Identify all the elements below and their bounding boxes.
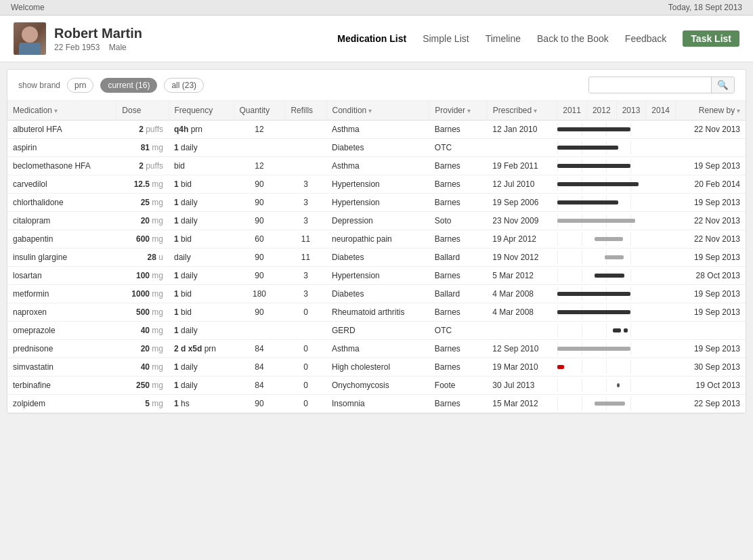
col-prescribed[interactable]: Prescribed bbox=[487, 101, 557, 121]
col-provider[interactable]: Provider bbox=[429, 101, 487, 121]
toolbar: show brand prn current (16) all (23) 🔍 bbox=[7, 70, 746, 101]
cell-refills bbox=[285, 121, 326, 139]
cell-freq: 1 daily bbox=[169, 358, 234, 376]
cell-freq: bid bbox=[169, 157, 234, 175]
show-brand-label: show brand bbox=[18, 81, 60, 90]
cell-med: losartan bbox=[7, 267, 116, 285]
timeline-cell bbox=[557, 139, 676, 157]
cell-renew: 28 Oct 2013 bbox=[676, 267, 746, 285]
cell-provider: OTC bbox=[429, 322, 487, 340]
cell-dose: 600 mg bbox=[116, 230, 169, 249]
cell-renew: 19 Sep 2013 bbox=[676, 157, 746, 175]
cell-provider: Barnes bbox=[429, 303, 487, 322]
patient-name: Robert Martin bbox=[54, 26, 142, 41]
table-row: aspirin81 mg1 dailyDiabetesOTC bbox=[7, 139, 746, 157]
avatar bbox=[14, 22, 46, 55]
patient-gender: Male bbox=[109, 43, 127, 52]
cell-freq: 1 daily bbox=[169, 267, 234, 285]
table-row: naproxen500 mg1 bid900Rheumatoid arthrit… bbox=[7, 303, 746, 322]
nav-medication-list[interactable]: Medication List bbox=[337, 33, 406, 44]
col-year-2013: 2013 bbox=[616, 101, 646, 121]
col-dose: Dose bbox=[116, 101, 169, 121]
cell-dose: 5 mg bbox=[116, 395, 169, 413]
timeline-cell bbox=[557, 322, 676, 340]
cell-renew: 22 Nov 2013 bbox=[676, 230, 746, 249]
cell-freq: q4h prn bbox=[169, 121, 234, 139]
col-condition[interactable]: Condition bbox=[326, 101, 429, 121]
search-box[interactable]: 🔍 bbox=[588, 77, 735, 93]
cell-refills: 11 bbox=[285, 249, 326, 267]
timeline-cell bbox=[557, 249, 676, 267]
col-refills: Refills bbox=[285, 101, 326, 121]
cell-provider: Barnes bbox=[429, 121, 487, 139]
col-frequency: Frequency bbox=[169, 101, 234, 121]
cell-prescribed: 19 Sep 2006 bbox=[487, 194, 557, 212]
timeline-cell bbox=[557, 121, 676, 139]
col-quantity: Quantity bbox=[234, 101, 285, 121]
cell-refills: 0 bbox=[285, 376, 326, 395]
cell-freq: 1 bid bbox=[169, 303, 234, 322]
cell-provider: Barnes bbox=[429, 194, 487, 212]
patient-info: Robert Martin 22 Feb 1953 Male bbox=[14, 22, 337, 55]
cell-freq: 1 daily bbox=[169, 322, 234, 340]
cell-refills: 11 bbox=[285, 230, 326, 249]
cell-prescribed: 19 Nov 2012 bbox=[487, 249, 557, 267]
cell-freq: 1 bid bbox=[169, 230, 234, 249]
nav-simple-list[interactable]: Simple List bbox=[423, 33, 469, 44]
cell-refills: 0 bbox=[285, 358, 326, 376]
table-row: beclomethasone HFA2 puffsbid12AsthmaBarn… bbox=[7, 157, 746, 175]
cell-condition: High cholesterol bbox=[326, 358, 429, 376]
cell-qty: 90 bbox=[234, 194, 285, 212]
cell-renew: 22 Nov 2013 bbox=[676, 212, 746, 230]
cell-refills bbox=[285, 157, 326, 175]
table-row: insulin glargine28 udaily9011DiabetesBal… bbox=[7, 249, 746, 267]
search-input[interactable] bbox=[589, 78, 711, 93]
nav-task-list[interactable]: Task List bbox=[683, 30, 739, 47]
cell-dose: 25 mg bbox=[116, 194, 169, 212]
cell-freq: 1 daily bbox=[169, 139, 234, 157]
cell-prescribed: 23 Nov 2009 bbox=[487, 212, 557, 230]
col-renew-by[interactable]: Renew by bbox=[676, 101, 746, 121]
nav-timeline[interactable]: Timeline bbox=[486, 33, 521, 44]
cell-refills bbox=[285, 322, 326, 340]
all-filter-btn[interactable]: all (23) bbox=[164, 78, 204, 93]
cell-renew bbox=[676, 139, 746, 157]
cell-med: prednisone bbox=[7, 340, 116, 358]
cell-renew: 19 Sep 2013 bbox=[676, 194, 746, 212]
cell-dose: 20 mg bbox=[116, 212, 169, 230]
cell-dose: 40 mg bbox=[116, 358, 169, 376]
cell-condition: Hypertension bbox=[326, 194, 429, 212]
cell-freq: 2 d x5d prn bbox=[169, 340, 234, 358]
cell-provider: Ballard bbox=[429, 285, 487, 303]
cell-dose: 28 u bbox=[116, 249, 169, 267]
cell-prescribed bbox=[487, 322, 557, 340]
cell-qty: 90 bbox=[234, 249, 285, 267]
nav-feedback[interactable]: Feedback bbox=[625, 33, 666, 44]
current-filter-btn[interactable]: current (16) bbox=[100, 78, 157, 93]
cell-renew: 19 Sep 2013 bbox=[676, 303, 746, 322]
cell-dose: 81 mg bbox=[116, 139, 169, 157]
cell-provider: Ballard bbox=[429, 249, 487, 267]
cell-provider: Barnes bbox=[429, 230, 487, 249]
timeline-cell bbox=[557, 395, 676, 413]
cell-prescribed: 30 Jul 2013 bbox=[487, 376, 557, 395]
cell-condition: Asthma bbox=[326, 121, 429, 139]
cell-med: albuterol HFA bbox=[7, 121, 116, 139]
cell-qty: 90 bbox=[234, 175, 285, 194]
nav-back-to-book[interactable]: Back to the Book bbox=[537, 33, 609, 44]
cell-qty bbox=[234, 322, 285, 340]
col-medication[interactable]: Medication bbox=[7, 101, 116, 121]
cell-qty: 84 bbox=[234, 376, 285, 395]
cell-qty: 84 bbox=[234, 358, 285, 376]
search-icon-btn[interactable]: 🔍 bbox=[711, 77, 734, 93]
timeline-cell bbox=[557, 267, 676, 285]
cell-provider: Barnes bbox=[429, 157, 487, 175]
cell-provider: Barnes bbox=[429, 267, 487, 285]
prn-filter-btn[interactable]: prn bbox=[67, 78, 93, 93]
cell-dose: 500 mg bbox=[116, 303, 169, 322]
cell-refills: 3 bbox=[285, 212, 326, 230]
table-row: metformin1000 mg1 bid1803DiabetesBallard… bbox=[7, 285, 746, 303]
cell-prescribed: 12 Jul 2010 bbox=[487, 175, 557, 194]
cell-med: naproxen bbox=[7, 303, 116, 322]
cell-med: metformin bbox=[7, 285, 116, 303]
